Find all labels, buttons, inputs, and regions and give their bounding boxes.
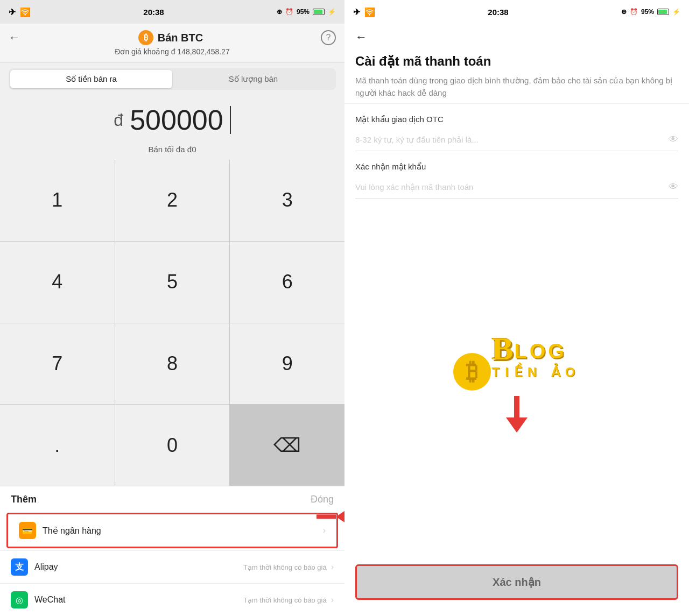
red-arrow-indicator — [317, 508, 344, 525]
blog-log-text: LOG — [515, 341, 567, 365]
alipay-chevron-icon: › — [331, 562, 334, 572]
field1-label: Mật khẩu giao dịch OTC — [355, 115, 678, 124]
key-4[interactable]: 4 — [0, 242, 115, 323]
wechat-chevron-icon: › — [331, 595, 334, 605]
sell-btc-label: Bán BTC — [158, 32, 203, 44]
field1-input-row[interactable]: 8-32 ký tự, ký tự đầu tiên phải là... 👁 — [355, 129, 678, 151]
right-wifi-icon: 🛜 — [364, 7, 375, 17]
wifi-icon: 🛜 — [20, 7, 31, 17]
key-2[interactable]: 2 — [115, 160, 230, 241]
screen-icon: ⊕ — [277, 8, 282, 16]
battery-icon — [313, 9, 325, 15]
field2-input-row[interactable]: Vui lòng xác nhận mã thanh toán 👁 — [355, 176, 678, 199]
airplane-icon: ✈ — [9, 7, 16, 17]
btc-price: Đơn giá khoảng đ 148,802,458.27 — [115, 47, 229, 56]
key-8[interactable]: 8 — [115, 323, 230, 405]
currency-symbol: đ — [114, 110, 123, 130]
bank-chevron-icon: › — [323, 526, 326, 535]
alipay-icon: 支 — [11, 558, 28, 576]
cursor-indicator — [230, 106, 231, 134]
sell-tabs: Số tiền bán ra Số lượng bán — [9, 68, 336, 90]
btc-b-letter: ₿ — [466, 358, 478, 386]
question-icon: ? — [326, 33, 331, 43]
key-6[interactable]: 6 — [230, 242, 344, 323]
blog-logo-area: ₿ B LOG TIỀN ẢO — [344, 209, 689, 556]
right-status-right: ⊕ ⏰ 95% ⚡ — [621, 8, 680, 16]
right-battery-percent: 95% — [641, 8, 654, 16]
blog-b-letter: B — [492, 332, 514, 365]
key-dot[interactable]: . — [0, 405, 115, 486]
left-status-right: ⊕ ⏰ 95% ⚡ — [277, 8, 336, 16]
max-sell-text: Bán tối đa đ0 — [0, 145, 344, 160]
help-button[interactable]: ? — [321, 30, 336, 45]
blog-first-line: B LOG — [492, 332, 567, 365]
right-airplane-icon: ✈ — [353, 7, 360, 17]
arrow-shaft — [514, 396, 519, 417]
blog-text-block: B LOG TIỀN ẢO — [492, 332, 581, 380]
down-arrow — [506, 396, 528, 433]
bolt-icon: ⚡ — [328, 8, 336, 16]
left-panel: ✈ 🛜 20:38 ⊕ ⏰ 95% ⚡ ← ₿ Bán BTC ? Đơn gi… — [0, 0, 344, 616]
left-time: 20:38 — [143, 8, 164, 17]
right-header: ← Cài đặt mã thanh toán Mã thanh toán dù… — [344, 24, 689, 104]
left-back-button[interactable]: ← — [9, 31, 20, 45]
key-3[interactable]: 3 — [230, 160, 344, 241]
payment-code-form: Mật khẩu giao dịch OTC 8-32 ký tự, ký tự… — [344, 104, 689, 209]
key-0[interactable]: 0 — [115, 405, 230, 486]
wechat-icon: ◎ — [11, 591, 28, 608]
alipay-name: Alipay — [34, 562, 243, 572]
battery-percent: 95% — [297, 8, 310, 16]
right-panel: ✈ 🛜 20:38 ⊕ ⏰ 95% ⚡ ← Cài đặt mã thanh t… — [344, 0, 689, 616]
right-screen-icon: ⊕ — [621, 8, 627, 16]
right-status-bar: ✈ 🛜 20:38 ⊕ ⏰ 95% ⚡ — [344, 0, 689, 24]
right-page-description: Mã thanh toán dùng trong giao dịch bình … — [355, 75, 678, 99]
field2-eye-icon[interactable]: 👁 — [669, 181, 678, 193]
wechat-note: Tạm thời không có báo giá — [243, 596, 327, 604]
blog-tien-ao-text: TIỀN ẢO — [492, 365, 581, 380]
wechat-name: WeChat — [34, 595, 243, 605]
bank-icon: 💳 — [19, 522, 36, 539]
field1-placeholder: 8-32 ký tự, ký tự đầu tiên phải là... — [355, 135, 669, 145]
bank-payment-item[interactable]: 💳 Thẻ ngân hàng › — [6, 513, 338, 548]
arrow-head-icon — [506, 417, 528, 433]
bottom-panel: Thêm Đóng 💳 Thẻ ngân hàng › 支 Alipay — [0, 486, 344, 616]
down-arrow-container — [506, 396, 528, 433]
alipay-symbol: 支 — [15, 562, 24, 573]
key-9[interactable]: 9 — [230, 323, 344, 405]
blog-logo-container: ₿ B LOG TIỀN ẢO — [453, 332, 581, 380]
key-backspace[interactable]: ⌫ — [230, 405, 344, 486]
key-7[interactable]: 7 — [0, 323, 115, 405]
right-battery-icon — [657, 9, 669, 15]
tab-sell-quantity[interactable]: Số lượng bán — [172, 70, 334, 88]
btc-icon: ₿ — [138, 30, 153, 45]
key-1[interactable]: 1 — [0, 160, 115, 241]
tab-sell-amount[interactable]: Số tiền bán ra — [10, 70, 172, 88]
confirm-button[interactable]: Xác nhận — [355, 564, 678, 600]
field2-label: Xác nhận mật khẩu — [355, 162, 678, 172]
wechat-payment-item[interactable]: ◎ WeChat Tạm thời không có báo giá › — [0, 583, 344, 616]
numpad: 1 2 3 4 5 6 7 8 9 . 0 ⌫ — [0, 160, 344, 486]
right-alarm-icon: ⏰ — [630, 8, 638, 16]
bottom-header-row: Thêm Đóng — [0, 486, 344, 511]
right-back-button[interactable]: ← — [355, 30, 367, 44]
key-5[interactable]: 5 — [115, 242, 230, 323]
alarm-icon: ⏰ — [285, 8, 293, 16]
btc-circle-icon: ₿ — [453, 353, 491, 391]
amount-value: 500000 — [130, 104, 223, 136]
bank-item-wrapper: 💳 Thẻ ngân hàng › — [0, 513, 344, 548]
confirm-btn-area: Xác nhận — [344, 556, 689, 616]
alipay-payment-item[interactable]: 支 Alipay Tạm thời không có báo giá › — [0, 550, 344, 583]
amount-display: đ 500000 — [0, 95, 344, 145]
blog-full-logo: ₿ B LOG TIỀN ẢO — [453, 332, 581, 380]
field1-eye-icon[interactable]: 👁 — [669, 134, 678, 145]
card-icon: 💳 — [22, 526, 33, 536]
dong-button[interactable]: Đóng — [311, 494, 334, 505]
sell-btc-header: ← ₿ Bán BTC ? Đơn giá khoảng đ 148,802,4… — [0, 24, 344, 63]
right-time: 20:38 — [488, 8, 508, 17]
right-bolt-icon: ⚡ — [672, 8, 680, 16]
wechat-symbol: ◎ — [16, 595, 23, 605]
sell-btc-title: ₿ Bán BTC — [138, 30, 203, 45]
right-page-title: Cài đặt mã thanh toán — [355, 53, 678, 69]
alipay-note: Tạm thời không có báo giá — [243, 563, 327, 571]
field2-placeholder: Vui lòng xác nhận mã thanh toán — [355, 182, 669, 192]
